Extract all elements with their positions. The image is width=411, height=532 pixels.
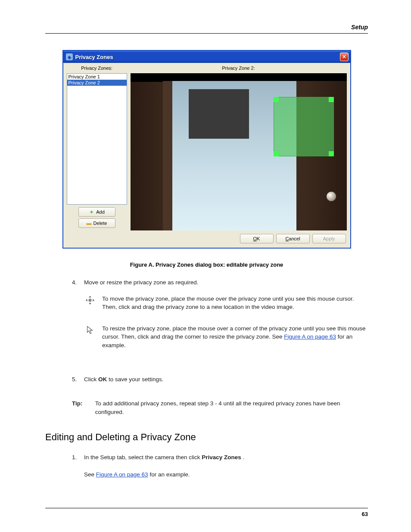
- privacy-zone-1-mask[interactable]: [189, 89, 249, 139]
- privacy-zones-dialog: ◈ Privacy Zones ✕ Privacy Zones: Privacy…: [62, 50, 351, 249]
- apply-button[interactable]: Apply: [312, 234, 346, 243]
- resize-handle[interactable]: [329, 97, 334, 102]
- header-rule: [45, 33, 368, 34]
- resize-handle[interactable]: [274, 97, 279, 102]
- list-item[interactable]: Privacy Zone 1: [67, 74, 127, 80]
- step-4-move-text: To move the privacy zone, place the mous…: [102, 295, 368, 311]
- svg-point-0: [88, 299, 91, 302]
- zones-listbox[interactable]: Privacy Zone 1 Privacy Zone 2: [67, 73, 127, 205]
- figure-caption: Figure A. Privacy Zones dialog box: edit…: [45, 261, 368, 268]
- move-cursor-icon: [84, 295, 96, 305]
- figure-link[interactable]: Figure A on page 63: [96, 471, 148, 478]
- add-button[interactable]: ＋ Add: [78, 207, 115, 217]
- tip-label: Tip:: [72, 399, 89, 416]
- ok-button[interactable]: OK: [240, 234, 274, 243]
- page-number: 63: [362, 511, 368, 517]
- close-icon[interactable]: ✕: [340, 53, 349, 61]
- step-number: 5.: [72, 375, 84, 384]
- step-number: 4.: [72, 278, 84, 287]
- edit-step-1: 1. In the Setup tab, select the camera t…: [72, 453, 368, 462]
- step-4-move-bullet: To move the privacy zone, place the mous…: [84, 295, 368, 311]
- footer-rule: [45, 508, 368, 508]
- step-4-intro: Move or resize the privacy zone as requi…: [84, 278, 368, 287]
- step-5-prefix: Click: [84, 376, 98, 383]
- svg-marker-2: [89, 303, 91, 305]
- step-5-suffix: to save your settings.: [109, 376, 164, 383]
- minus-icon: ▬: [87, 220, 92, 226]
- see-line: See Figure A on page 63 for an example.: [72, 470, 368, 479]
- titlebar[interactable]: ◈ Privacy Zones ✕: [63, 51, 350, 63]
- edit-step-1-suffix: .: [243, 454, 244, 460]
- delete-label: Delete: [93, 221, 107, 226]
- zones-list-label: Privacy Zones:: [67, 65, 127, 71]
- svg-marker-4: [93, 299, 94, 302]
- svg-marker-1: [89, 296, 91, 297]
- video-preview[interactable]: [131, 73, 347, 230]
- plus-icon: ＋: [89, 208, 94, 216]
- list-item[interactable]: Privacy Zone 2: [67, 80, 127, 86]
- app-icon: ◈: [66, 53, 73, 60]
- svg-marker-5: [87, 326, 93, 333]
- add-label: Add: [96, 209, 105, 215]
- see-prefix: See: [84, 471, 96, 478]
- cancel-button[interactable]: Cancel: [276, 234, 310, 243]
- see-suffix: for an example.: [149, 471, 190, 478]
- resize-handle[interactable]: [329, 151, 334, 156]
- delete-button[interactable]: ▬ Delete: [78, 218, 115, 228]
- privacy-zone-2-mask[interactable]: [274, 97, 334, 156]
- resize-handle[interactable]: [274, 151, 279, 156]
- step-4: 4. Move or resize the privacy zone as re…: [72, 278, 368, 362]
- window-title: Privacy Zones: [75, 54, 340, 60]
- step-number: 1.: [72, 453, 84, 462]
- step-5: 5. Click OK to save your settings.: [72, 375, 368, 384]
- header-section: Setup: [45, 24, 368, 31]
- tip: Tip: To add additional privacy zones, re…: [72, 399, 368, 416]
- tip-text: To add additional privacy zones, repeat …: [95, 399, 368, 416]
- heading-edit-delete: Editing and Deleting a Privacy Zone: [45, 432, 368, 443]
- edit-step-1-prefix: In the Setup tab, select the camera then…: [84, 454, 202, 460]
- figure-link[interactable]: Figure A on page 63: [284, 333, 336, 340]
- step-5-ok: OK: [98, 376, 107, 383]
- preview-label: Privacy Zone 2:: [131, 65, 347, 71]
- svg-marker-3: [86, 299, 87, 302]
- cursor-arrow-icon: [84, 324, 96, 335]
- edit-step-1-bold: Privacy Zones: [202, 454, 241, 460]
- step-4-resize-bullet: To resize the privacy zone, place the mo…: [84, 324, 368, 350]
